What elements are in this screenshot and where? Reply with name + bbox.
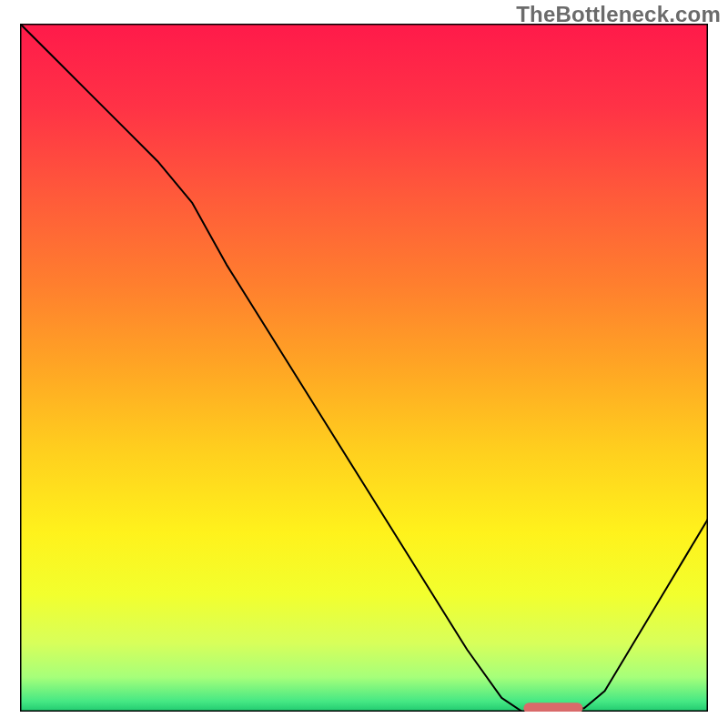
plot-area bbox=[20, 24, 708, 712]
chart-container: TheBottleneck.com bbox=[0, 0, 728, 728]
chart-svg bbox=[20, 24, 708, 712]
watermark-text: TheBottleneck.com bbox=[516, 2, 721, 27]
